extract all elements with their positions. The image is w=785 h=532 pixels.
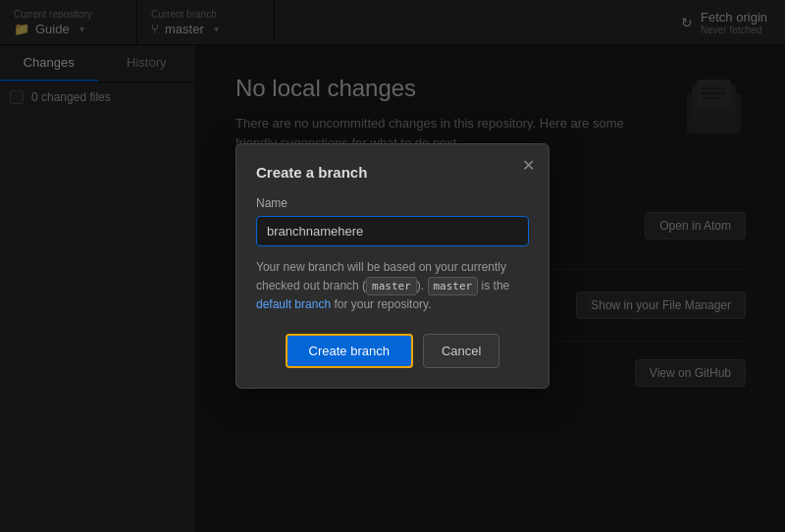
branch-name-input[interactable] xyxy=(256,216,529,246)
default-branch-link[interactable]: default branch xyxy=(256,297,331,311)
branch-tag-1: master xyxy=(366,277,417,296)
info-suffix-prefix: is the xyxy=(478,279,509,293)
create-branch-button[interactable]: Create branch xyxy=(286,334,413,368)
dialog-info: Your new branch will be based on your cu… xyxy=(256,258,529,315)
create-branch-dialog: Create a branch ✕ Name Your new branch w… xyxy=(236,143,550,390)
dialog-close-button[interactable]: ✕ xyxy=(522,158,535,174)
info-suffix: for your repository. xyxy=(331,297,431,311)
name-field-label: Name xyxy=(256,196,529,210)
dialog-title: Create a branch xyxy=(256,164,529,181)
cancel-button[interactable]: Cancel xyxy=(423,334,499,368)
branch-tag-2: master xyxy=(428,277,479,296)
dialog-overlay: Create a branch ✕ Name Your new branch w… xyxy=(0,0,785,532)
dialog-actions: Create branch Cancel xyxy=(256,334,529,368)
info-middle: ). xyxy=(417,279,428,293)
